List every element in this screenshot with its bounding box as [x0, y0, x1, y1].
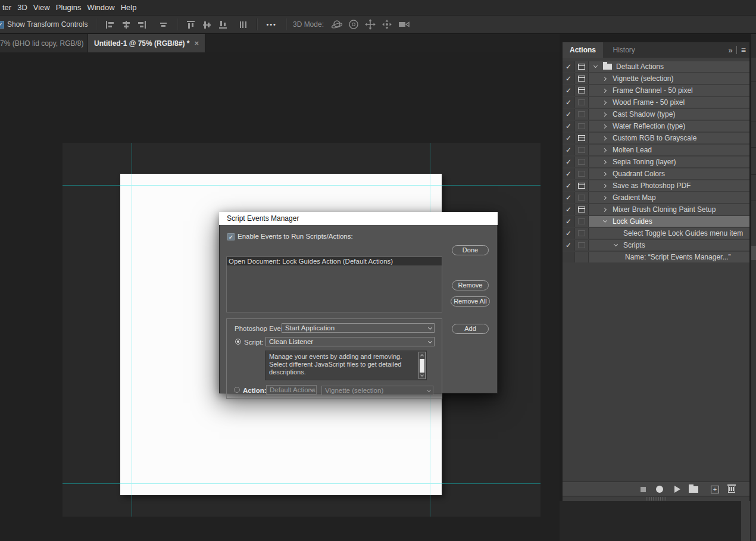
item-enable-toggle[interactable]: ✓ — [563, 145, 574, 155]
expand-arrow-icon[interactable] — [602, 195, 606, 199]
expand-arrow-icon[interactable] — [602, 207, 606, 211]
action-row[interactable]: ✓Water Reflection (type) — [563, 121, 749, 132]
action-row[interactable]: ✓Sepia Toning (layer) — [563, 157, 749, 167]
modal-control-toggle[interactable] — [575, 97, 588, 108]
play-icon[interactable] — [671, 482, 683, 496]
modal-control-toggle[interactable] — [575, 121, 588, 132]
align-right-edges-icon[interactable] — [137, 20, 147, 30]
item-enable-toggle[interactable]: ✓ — [563, 97, 574, 108]
menu-item-plugins[interactable]: Plugins — [56, 3, 82, 12]
action-row[interactable]: ✓Quadrant Colors — [563, 168, 749, 179]
action-row[interactable]: ✓Lock Guides — [563, 216, 749, 227]
menu-item-window[interactable]: Window — [87, 3, 114, 12]
document-tab[interactable]: Untitled-1 @ 75% (RGB/8#) *× — [88, 34, 205, 52]
align-top-edges-icon[interactable] — [186, 20, 196, 30]
action-radio[interactable] — [234, 387, 240, 393]
action-row[interactable]: ✓Custom RGB to Grayscale — [563, 133, 749, 143]
modal-control-toggle[interactable] — [575, 145, 588, 155]
menu-item-view[interactable]: View — [33, 3, 50, 12]
expand-arrow-icon[interactable] — [602, 148, 606, 152]
action-row[interactable]: ✓Wood Frame - 50 pixel — [563, 97, 749, 108]
modal-control-toggle[interactable] — [575, 168, 588, 179]
item-enable-toggle[interactable]: ✓ — [563, 61, 574, 72]
more-options-icon[interactable]: ••• — [266, 21, 277, 28]
action-row[interactable]: ✓Save as Photoshop PDF — [563, 180, 749, 191]
action-row[interactable]: ✓Frame Channel - 50 pixel — [563, 85, 749, 96]
collapse-arrow-icon[interactable] — [602, 218, 607, 223]
modal-control-toggle[interactable] — [575, 192, 588, 203]
document-tab[interactable]: 7% (BHO lid copy, RGB/8)× — [0, 34, 88, 52]
expand-arrow-icon[interactable] — [602, 136, 606, 140]
collapse-panel-icon[interactable]: » — [729, 46, 732, 55]
script-radio[interactable] — [235, 339, 241, 345]
collapse-arrow-icon[interactable] — [613, 242, 617, 246]
menu-item-ter[interactable]: ter — [2, 3, 11, 12]
remove-button[interactable]: Remove — [452, 280, 489, 290]
align-left-edges-icon[interactable] — [105, 20, 115, 30]
scroll-down-icon[interactable] — [420, 373, 424, 377]
item-enable-toggle[interactable]: ✓ — [563, 228, 574, 239]
distribute-vertical-centers-icon[interactable] — [158, 20, 168, 30]
item-enable-toggle[interactable]: ✓ — [563, 168, 574, 179]
modal-control-toggle[interactable] — [575, 133, 588, 143]
add-button[interactable]: Add — [452, 324, 489, 334]
item-enable-toggle[interactable]: ✓ — [563, 157, 574, 167]
modal-control-toggle[interactable] — [575, 73, 588, 84]
tab-history[interactable]: History — [605, 42, 642, 58]
menu-item-help[interactable]: Help — [121, 3, 137, 12]
item-enable-toggle[interactable]: ✓ — [563, 204, 574, 215]
panel-menu-icon[interactable]: ≡ — [741, 45, 746, 55]
item-enable-toggle[interactable]: ✓ — [563, 121, 574, 132]
item-enable-toggle[interactable]: ✓ — [563, 240, 574, 251]
collapsed-panel-edge[interactable] — [751, 34, 756, 541]
new-action-icon[interactable]: + — [709, 482, 721, 496]
event-list[interactable]: Open Document: Lock Guides Action (Defau… — [226, 257, 442, 312]
modal-control-toggle[interactable] — [575, 85, 588, 96]
item-enable-toggle[interactable]: ✓ — [563, 73, 574, 84]
item-enable-toggle[interactable]: ✓ — [563, 216, 574, 227]
item-enable-toggle[interactable]: ✓ — [563, 109, 574, 120]
panel-resize-grip[interactable] — [563, 496, 749, 501]
event-list-item[interactable]: Open Document: Lock Guides Action (Defau… — [227, 257, 442, 265]
menu-item-3d[interactable]: 3D — [17, 3, 27, 12]
tab-actions[interactable]: Actions — [563, 42, 603, 58]
expand-arrow-icon[interactable] — [602, 124, 606, 128]
expand-arrow-icon[interactable] — [602, 160, 606, 164]
modal-control-toggle[interactable] — [575, 252, 588, 262]
collapse-arrow-icon[interactable] — [593, 64, 597, 68]
action-row[interactable]: ✓Gradient Map — [563, 192, 749, 203]
item-enable-toggle[interactable]: ✓ — [563, 133, 574, 143]
horizontal-guide-on-document[interactable] — [120, 185, 442, 186]
enable-events-checkbox[interactable]: ✓ — [227, 233, 235, 240]
modal-control-toggle[interactable] — [575, 204, 588, 215]
horizontal-guide-on-document[interactable] — [120, 483, 442, 484]
action-row[interactable]: ✓Scripts — [563, 240, 749, 251]
action-row[interactable]: ✓Mixer Brush Cloning Paint Setup — [563, 204, 749, 215]
slide-3d-camera-icon[interactable] — [380, 18, 393, 30]
modal-control-toggle[interactable] — [575, 61, 588, 72]
vertical-guide-on-document[interactable] — [132, 174, 132, 495]
done-button[interactable]: Done — [452, 245, 489, 255]
action-row[interactable]: Name: “Script Events Manager...” — [563, 252, 749, 262]
item-enable-toggle[interactable]: ✓ — [563, 85, 574, 96]
modal-control-toggle[interactable] — [575, 228, 588, 239]
dialog-title[interactable]: Script Events Manager — [219, 212, 498, 225]
show-transform-controls-checkbox[interactable]: ✓ — [0, 21, 4, 29]
scroll-up-icon[interactable] — [420, 354, 424, 358]
expand-arrow-icon[interactable] — [602, 76, 606, 80]
close-icon[interactable]: × — [194, 39, 199, 48]
modal-control-toggle[interactable] — [575, 180, 588, 191]
script-dropdown[interactable]: Clean Listener — [265, 337, 435, 346]
action-row[interactable]: ✓Cast Shadow (type) — [563, 109, 749, 120]
align-horizontal-centers-icon[interactable] — [121, 20, 131, 30]
modal-control-toggle[interactable] — [575, 109, 588, 120]
orbit-3d-camera-icon[interactable] — [330, 18, 343, 30]
align-bottom-edges-icon[interactable] — [218, 20, 228, 30]
description-scrollbar[interactable] — [418, 352, 426, 379]
roll-3d-camera-icon[interactable] — [347, 18, 360, 30]
expand-arrow-icon[interactable] — [602, 88, 606, 92]
modal-control-toggle[interactable] — [575, 157, 588, 167]
expand-arrow-icon[interactable] — [602, 183, 606, 187]
item-enable-toggle[interactable] — [563, 252, 574, 262]
action-row[interactable]: ✓Molten Lead — [563, 145, 749, 155]
